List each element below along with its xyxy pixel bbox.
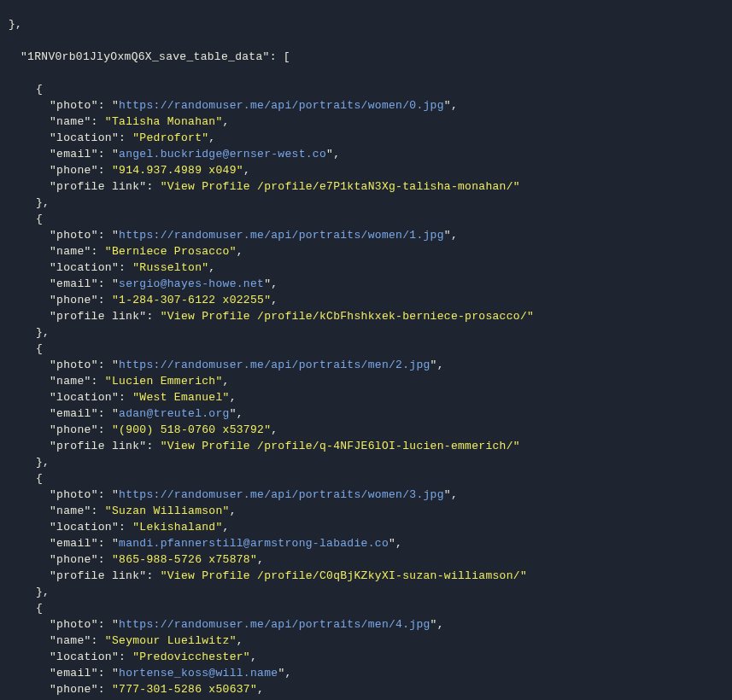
record-open-brace: { (0, 600, 732, 616)
record-open-brace: { (0, 211, 732, 227)
record-close-brace: }, (0, 584, 732, 600)
name-line: "name": "Lucien Emmerich", (0, 373, 732, 389)
photo-url[interactable]: https://randomuser.me/api/portraits/men/… (119, 618, 430, 631)
photo-line: "photo": "https://randomuser.me/api/port… (0, 357, 732, 373)
profile-link-line: "profile link": "View Profile /profile/q… (0, 438, 732, 454)
location-line: "location": "Russelton", (0, 260, 732, 276)
records-container: {"photo": "https://randomuser.me/api/por… (0, 81, 732, 700)
photo-url[interactable]: https://randomuser.me/api/portraits/wome… (119, 488, 444, 501)
photo-line: "photo": "https://randomuser.me/api/port… (0, 487, 732, 503)
email-link[interactable]: sergio@hayes-howe.net (119, 277, 264, 290)
phone-line: "phone": "914.937.4989 x049", (0, 162, 732, 178)
email-line: "email": "mandi.pfannerstill@armstrong-l… (0, 535, 732, 551)
photo-line: "photo": "https://randomuser.me/api/port… (0, 97, 732, 114)
name-line: "name": "Seymour Lueilwitz", (0, 633, 732, 649)
phone-line: "phone": "1-284-307-6122 x02255", (0, 292, 732, 308)
phone-line: "phone": "777-301-5286 x50637", (0, 681, 732, 697)
email-link[interactable]: mandi.pfannerstill@armstrong-labadie.co (119, 537, 389, 550)
email-line: "email": "adan@treutel.org", (0, 405, 732, 422)
photo-line: "photo": "https://randomuser.me/api/port… (0, 616, 732, 633)
json-record: {"photo": "https://randomuser.me/api/por… (0, 600, 732, 700)
name-line: "name": "Suzan Williamson", (0, 503, 732, 519)
name-line: "name": "Berniece Prosacco", (0, 243, 732, 260)
photo-url[interactable]: https://randomuser.me/api/portraits/wome… (119, 229, 444, 242)
record-open-brace: { (0, 81, 732, 97)
email-link[interactable]: angel.buckridge@ernser-west.co (119, 148, 326, 160)
photo-url[interactable]: https://randomuser.me/api/portraits/wome… (119, 99, 444, 112)
top-key: 1RNV0rb01JlyOxmQ6X_save_table_data (27, 50, 262, 63)
location-line: "location": "West Emanuel", (0, 389, 732, 405)
close-brace-line: }, (0, 16, 732, 32)
location-line: "location": "Lekishaland", (0, 519, 732, 535)
profile-link-line: "profile link": "View Profile /profile/C… (0, 568, 732, 584)
photo-url[interactable]: https://randomuser.me/api/portraits/men/… (119, 359, 430, 371)
name-line: "name": "Talisha Monahan", (0, 114, 732, 130)
top-key-line: "1RNV0rb01JlyOxmQ6X_save_table_data": [ (0, 49, 732, 65)
location-line: "location": "Pedrofort", (0, 130, 732, 146)
record-close-brace: }, (0, 324, 732, 341)
email-line: "email": "sergio@hayes-howe.net", (0, 276, 732, 292)
email-link[interactable]: adan@treutel.org (119, 407, 230, 420)
record-open-brace: { (0, 470, 732, 487)
json-record: {"photo": "https://randomuser.me/api/por… (0, 341, 732, 470)
email-line: "email": "hortense_koss@will.name", (0, 665, 732, 681)
record-close-brace: }, (0, 454, 732, 470)
phone-line: "phone": "865-988-5726 x75878", (0, 551, 732, 568)
location-line: "location": "Predovicchester", (0, 649, 732, 665)
record-close-brace: }, (0, 195, 732, 211)
email-link[interactable]: hortense_koss@will.name (119, 667, 278, 680)
json-record: {"photo": "https://randomuser.me/api/por… (0, 81, 732, 211)
photo-line: "photo": "https://randomuser.me/api/port… (0, 227, 732, 243)
record-open-brace: { (0, 341, 732, 357)
json-record: {"photo": "https://randomuser.me/api/por… (0, 211, 732, 341)
email-line: "email": "angel.buckridge@ernser-west.co… (0, 146, 732, 162)
json-record: {"photo": "https://randomuser.me/api/por… (0, 470, 732, 600)
json-code-view: }, "1RNV0rb01JlyOxmQ6X_save_table_data":… (0, 0, 732, 700)
phone-line: "phone": "(900) 518-0760 x53792", (0, 422, 732, 438)
profile-link-line: "profile link": "View Profile /profile/e… (0, 178, 732, 195)
profile-link-line: "profile link": "View Profile /profile/k… (0, 308, 732, 324)
array-open: : [ (270, 50, 290, 63)
